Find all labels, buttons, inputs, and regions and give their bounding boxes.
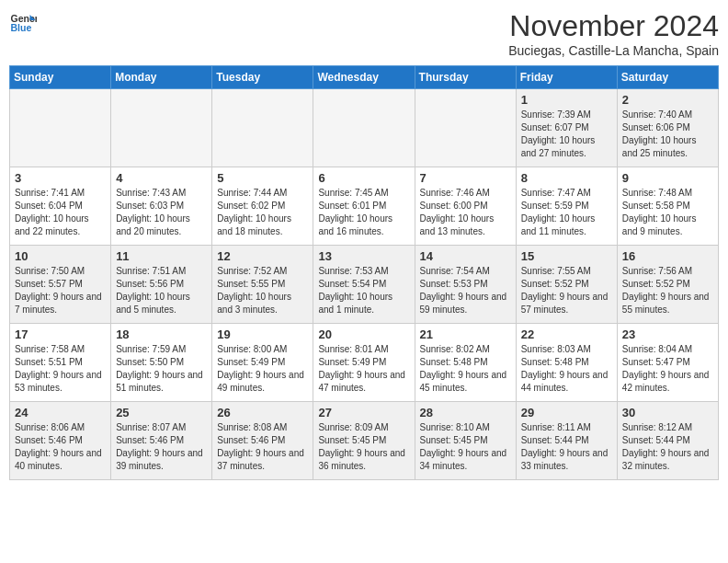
day-number: 23 — [622, 327, 713, 341]
day-info: Sunrise: 8:10 AMSunset: 5:45 PMDaylight:… — [420, 421, 511, 473]
weekday-header: Sunday — [10, 66, 111, 89]
day-number: 3 — [15, 171, 106, 185]
day-info: Sunrise: 7:51 AMSunset: 5:56 PMDaylight:… — [116, 265, 207, 316]
day-number: 26 — [217, 406, 308, 419]
day-number: 25 — [116, 406, 207, 419]
page-header: General Blue November 2024 Buciegas, Cas… — [9, 9, 719, 58]
calendar-cell: 27Sunrise: 8:09 AMSunset: 5:45 PMDayligh… — [313, 402, 415, 480]
day-info: Sunrise: 7:52 AMSunset: 5:55 PMDaylight:… — [217, 265, 308, 316]
calendar-cell: 23Sunrise: 8:04 AMSunset: 5:47 PMDayligh… — [617, 324, 718, 402]
calendar-cell: 1Sunrise: 7:39 AMSunset: 6:07 PMDaylight… — [516, 89, 617, 167]
calendar-cell: 28Sunrise: 8:10 AMSunset: 5:45 PMDayligh… — [415, 402, 516, 480]
calendar-cell: 8Sunrise: 7:47 AMSunset: 5:59 PMDaylight… — [516, 167, 617, 246]
day-info: Sunrise: 8:04 AMSunset: 5:47 PMDaylight:… — [622, 343, 713, 395]
day-info: Sunrise: 7:59 AMSunset: 5:50 PMDaylight:… — [116, 343, 207, 395]
day-number: 10 — [15, 249, 106, 263]
day-number: 2 — [622, 93, 713, 107]
day-number: 30 — [622, 406, 713, 419]
weekday-header: Friday — [516, 66, 617, 89]
location: Buciegas, Castille-La Mancha, Spain — [508, 43, 719, 58]
calendar-cell — [111, 89, 212, 167]
day-number: 24 — [15, 406, 106, 419]
day-number: 4 — [116, 171, 207, 185]
day-info: Sunrise: 7:43 AMSunset: 6:03 PMDaylight:… — [116, 187, 207, 238]
day-number: 6 — [318, 171, 409, 185]
day-number: 17 — [15, 327, 106, 341]
day-number: 20 — [318, 327, 409, 341]
day-number: 16 — [622, 249, 713, 263]
day-number: 11 — [116, 249, 207, 263]
calendar-cell: 24Sunrise: 8:06 AMSunset: 5:46 PMDayligh… — [10, 402, 111, 480]
calendar-cell: 12Sunrise: 7:52 AMSunset: 5:55 PMDayligh… — [212, 246, 313, 324]
day-info: Sunrise: 7:58 AMSunset: 5:51 PMDaylight:… — [15, 343, 106, 395]
calendar-cell — [10, 89, 111, 167]
calendar-cell — [313, 89, 415, 167]
calendar-cell: 9Sunrise: 7:48 AMSunset: 5:58 PMDaylight… — [617, 167, 718, 246]
calendar-cell: 21Sunrise: 8:02 AMSunset: 5:48 PMDayligh… — [415, 324, 516, 402]
calendar-cell: 29Sunrise: 8:11 AMSunset: 5:44 PMDayligh… — [516, 402, 617, 480]
calendar-cell: 13Sunrise: 7:53 AMSunset: 5:54 PMDayligh… — [313, 246, 415, 324]
logo: General Blue — [9, 9, 37, 37]
day-number: 18 — [116, 327, 207, 341]
calendar-week-row: 24Sunrise: 8:06 AMSunset: 5:46 PMDayligh… — [10, 402, 719, 480]
calendar-cell — [212, 89, 313, 167]
calendar-week-row: 17Sunrise: 7:58 AMSunset: 5:51 PMDayligh… — [10, 324, 719, 402]
calendar-cell: 10Sunrise: 7:50 AMSunset: 5:57 PMDayligh… — [10, 246, 111, 324]
day-number: 27 — [318, 406, 409, 419]
day-info: Sunrise: 8:00 AMSunset: 5:49 PMDaylight:… — [217, 343, 308, 395]
weekday-header: Tuesday — [212, 66, 313, 89]
day-info: Sunrise: 7:50 AMSunset: 5:57 PMDaylight:… — [15, 265, 106, 316]
day-number: 13 — [318, 249, 409, 263]
day-number: 28 — [420, 406, 511, 419]
calendar-week-row: 1Sunrise: 7:39 AMSunset: 6:07 PMDaylight… — [10, 89, 719, 167]
svg-text:Blue: Blue — [11, 22, 32, 33]
calendar-cell: 4Sunrise: 7:43 AMSunset: 6:03 PMDaylight… — [111, 167, 212, 246]
day-info: Sunrise: 7:55 AMSunset: 5:52 PMDaylight:… — [521, 265, 612, 316]
day-info: Sunrise: 7:56 AMSunset: 5:52 PMDaylight:… — [622, 265, 713, 316]
calendar-cell — [415, 89, 516, 167]
month-title: November 2024 — [508, 9, 719, 43]
day-info: Sunrise: 8:03 AMSunset: 5:48 PMDaylight:… — [521, 343, 612, 395]
calendar-week-row: 3Sunrise: 7:41 AMSunset: 6:04 PMDaylight… — [10, 167, 719, 246]
day-number: 14 — [420, 249, 511, 263]
day-info: Sunrise: 8:09 AMSunset: 5:45 PMDaylight:… — [318, 421, 409, 473]
weekday-header: Thursday — [415, 66, 516, 89]
calendar-cell: 7Sunrise: 7:46 AMSunset: 6:00 PMDaylight… — [415, 167, 516, 246]
day-info: Sunrise: 8:08 AMSunset: 5:46 PMDaylight:… — [217, 421, 308, 473]
calendar-cell: 16Sunrise: 7:56 AMSunset: 5:52 PMDayligh… — [617, 246, 718, 324]
day-info: Sunrise: 7:41 AMSunset: 6:04 PMDaylight:… — [15, 187, 106, 238]
weekday-header: Monday — [111, 66, 212, 89]
header-row: SundayMondayTuesdayWednesdayThursdayFrid… — [10, 66, 719, 89]
day-info: Sunrise: 8:11 AMSunset: 5:44 PMDaylight:… — [521, 421, 612, 473]
day-info: Sunrise: 7:44 AMSunset: 6:02 PMDaylight:… — [217, 187, 308, 238]
calendar-cell: 18Sunrise: 7:59 AMSunset: 5:50 PMDayligh… — [111, 324, 212, 402]
day-info: Sunrise: 7:46 AMSunset: 6:00 PMDaylight:… — [420, 187, 511, 238]
day-number: 21 — [420, 327, 511, 341]
day-info: Sunrise: 7:54 AMSunset: 5:53 PMDaylight:… — [420, 265, 511, 316]
day-number: 29 — [521, 406, 612, 419]
day-number: 8 — [521, 171, 612, 185]
calendar-cell: 30Sunrise: 8:12 AMSunset: 5:44 PMDayligh… — [617, 402, 718, 480]
calendar-cell: 6Sunrise: 7:45 AMSunset: 6:01 PMDaylight… — [313, 167, 415, 246]
day-number: 22 — [521, 327, 612, 341]
calendar-cell: 17Sunrise: 7:58 AMSunset: 5:51 PMDayligh… — [10, 324, 111, 402]
calendar-cell: 3Sunrise: 7:41 AMSunset: 6:04 PMDaylight… — [10, 167, 111, 246]
calendar-cell: 20Sunrise: 8:01 AMSunset: 5:49 PMDayligh… — [313, 324, 415, 402]
day-number: 15 — [521, 249, 612, 263]
day-info: Sunrise: 7:47 AMSunset: 5:59 PMDaylight:… — [521, 187, 612, 238]
logo-icon: General Blue — [9, 9, 37, 37]
day-info: Sunrise: 7:40 AMSunset: 6:06 PMDaylight:… — [622, 109, 713, 160]
calendar-cell: 5Sunrise: 7:44 AMSunset: 6:02 PMDaylight… — [212, 167, 313, 246]
weekday-header: Wednesday — [313, 66, 415, 89]
calendar-cell: 19Sunrise: 8:00 AMSunset: 5:49 PMDayligh… — [212, 324, 313, 402]
calendar-cell: 15Sunrise: 7:55 AMSunset: 5:52 PMDayligh… — [516, 246, 617, 324]
day-info: Sunrise: 8:01 AMSunset: 5:49 PMDaylight:… — [318, 343, 409, 395]
day-info: Sunrise: 7:45 AMSunset: 6:01 PMDaylight:… — [318, 187, 409, 238]
day-info: Sunrise: 7:39 AMSunset: 6:07 PMDaylight:… — [521, 109, 612, 160]
day-info: Sunrise: 8:02 AMSunset: 5:48 PMDaylight:… — [420, 343, 511, 395]
title-block: November 2024 Buciegas, Castille-La Manc… — [508, 9, 719, 58]
calendar-week-row: 10Sunrise: 7:50 AMSunset: 5:57 PMDayligh… — [10, 246, 719, 324]
day-number: 12 — [217, 249, 308, 263]
day-info: Sunrise: 7:53 AMSunset: 5:54 PMDaylight:… — [318, 265, 409, 316]
day-info: Sunrise: 8:12 AMSunset: 5:44 PMDaylight:… — [622, 421, 713, 473]
